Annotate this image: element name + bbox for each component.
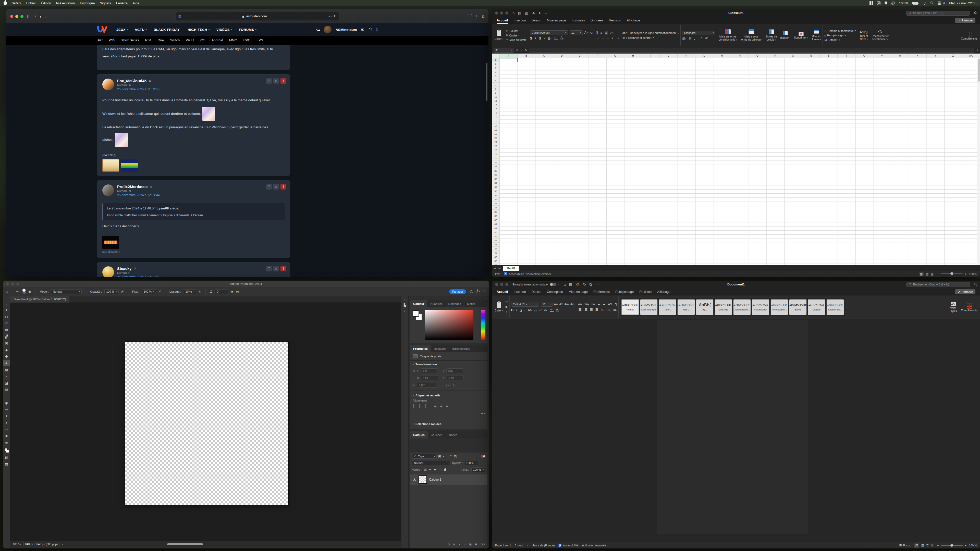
zoom-in-icon[interactable]: +: [965, 272, 966, 275]
adjustment-layer-icon[interactable]: ◑: [464, 543, 466, 546]
align-right-icon[interactable]: ☰: [607, 36, 609, 40]
tool-icon[interactable]: ❂: [3, 327, 10, 333]
page-count[interactable]: Page 1 sur 1: [495, 544, 511, 547]
subnav-item[interactable]: Switch: [170, 38, 180, 42]
formula-input[interactable]: [529, 48, 974, 52]
filter-shape-icon[interactable]: ⬚: [449, 454, 452, 458]
minimize-button[interactable]: [500, 11, 503, 14]
share-button[interactable]: Partager: [449, 289, 466, 294]
row-header[interactable]: 16: [492, 119, 500, 124]
align-top-icon[interactable]: ╤: [434, 404, 436, 408]
active-cell-a1[interactable]: [500, 58, 517, 62]
tool-icon[interactable]: ⊕: [3, 440, 10, 446]
cut-icon[interactable]: ✂: [505, 300, 508, 303]
layer-group-icon[interactable]: ▣: [469, 543, 472, 546]
filter-smart-icon[interactable]: ▤: [454, 454, 457, 458]
close-button[interactable]: [495, 283, 498, 286]
tool-icon[interactable]: ➤: [3, 420, 10, 426]
column-header[interactable]: E: [571, 54, 589, 58]
report-button[interactable]: !: [280, 78, 286, 84]
row-header[interactable]: 33: [492, 189, 500, 193]
home-icon[interactable]: ⌂: [563, 283, 566, 286]
menu-item[interactable]: Fenêtre: [116, 1, 127, 5]
post-date[interactable]: 25 novembre 2024 à 11:59:58: [117, 87, 159, 91]
more-icon[interactable]: ⋯: [545, 11, 549, 15]
row-header[interactable]: 32: [492, 185, 500, 189]
cancel-icon[interactable]: ✕: [516, 48, 518, 52]
lock-pixels-icon[interactable]: ✒: [429, 468, 431, 472]
saturation-square[interactable]: [425, 310, 473, 340]
sidebar-icon[interactable]: ◫: [27, 14, 30, 19]
column-header[interactable]: D: [553, 54, 571, 58]
justify-icon[interactable]: ☰: [595, 308, 598, 311]
row-header[interactable]: 50: [492, 259, 500, 263]
row-header[interactable]: 27: [492, 165, 500, 168]
flip-vertical-icon[interactable]: ⏃: [452, 384, 455, 387]
back-button[interactable]: ‹: [40, 13, 41, 19]
number-format-select[interactable]: Standard▾: [682, 30, 715, 35]
control-center-icon[interactable]: [938, 2, 941, 5]
layer-name[interactable]: Calque 1: [429, 478, 441, 481]
outdent-icon[interactable]: ⇤: [612, 36, 614, 40]
style-preset[interactable]: AaBbCcDdE Titre 2: [677, 299, 695, 315]
traffic-lights[interactable]: [495, 283, 508, 286]
font-size-select[interactable]: 12▾: [541, 302, 552, 306]
row-header[interactable]: 1: [492, 58, 500, 62]
zoom-button[interactable]: [505, 283, 508, 286]
tool-icon[interactable]: ◆: [3, 347, 10, 353]
tab-affichage[interactable]: Affichage: [657, 290, 670, 294]
zoom-button[interactable]: [16, 283, 19, 286]
quote-button[interactable]: ”: [266, 266, 272, 272]
search-icon[interactable]: [317, 28, 320, 32]
new-layer-icon[interactable]: ⊞: [475, 543, 477, 546]
row-header[interactable]: 3: [492, 66, 500, 70]
share-icon[interactable]: ↑: [468, 14, 472, 18]
column-headers[interactable]: ABCDEFGHIJKLMNOPQRSTUVWXYZAA: [500, 54, 980, 58]
tool-icon[interactable]: ▞: [3, 333, 10, 340]
decimal-less-icon[interactable]: .00→: [705, 37, 711, 40]
panel-tab[interactable]: Propriétés: [410, 345, 431, 352]
format-painter-icon[interactable]: ✒: [505, 310, 508, 314]
column-header[interactable]: H: [624, 54, 642, 58]
tab-revision[interactable]: Révision: [609, 19, 621, 22]
sheet-next-icon[interactable]: ▶: [499, 267, 501, 270]
minimize-button[interactable]: [500, 283, 503, 286]
redo-icon[interactable]: ↻: [539, 11, 542, 15]
row-header[interactable]: 49: [492, 255, 500, 259]
menu-item[interactable]: Aide: [133, 1, 139, 5]
dock-expand-icon[interactable]: «: [404, 299, 405, 301]
tab-donnees[interactable]: Données: [590, 19, 603, 22]
row-header[interactable]: 14: [492, 111, 500, 115]
autosave-toggle[interactable]: [550, 283, 556, 286]
align-right-icon[interactable]: ☰: [590, 308, 593, 311]
sort-icon[interactable]: A⇅: [608, 303, 612, 306]
row-header[interactable]: 36: [492, 202, 500, 206]
tab-accueil[interactable]: Accueil: [496, 19, 508, 24]
tool-icon[interactable]: ✹: [3, 433, 10, 439]
profile-button[interactable]: ☺: [273, 266, 279, 272]
tool-icon[interactable]: ✛: [3, 307, 10, 313]
profile-button[interactable]: ☺: [273, 78, 279, 84]
status-chevron-icon[interactable]: ›: [62, 543, 63, 546]
indent-icon[interactable]: ⇥: [617, 36, 619, 40]
row-header[interactable]: 42: [492, 226, 500, 230]
brush-preset-picker[interactable]: 132: [22, 289, 26, 294]
signature-image[interactable]: [102, 159, 119, 171]
decrease-font-icon[interactable]: A˅: [559, 303, 563, 306]
symmetry-icon[interactable]: ⋈: [236, 290, 239, 293]
tab-references[interactable]: Références: [593, 290, 610, 294]
nav-item[interactable]: BLACK FRIDAY: [154, 28, 181, 32]
column-header[interactable]: U: [856, 54, 873, 58]
histogram-panel-icon[interactable]: ▙: [404, 303, 406, 307]
fx-icon[interactable]: fx: [525, 48, 527, 52]
jv-logo[interactable]: [97, 26, 108, 33]
enter-icon[interactable]: ✓: [520, 48, 523, 52]
avatar[interactable]: [102, 266, 114, 277]
paste-button[interactable]: Coller ▾: [495, 302, 503, 312]
italic-button[interactable]: I: [535, 37, 536, 40]
quote-button[interactable]: ”: [266, 184, 272, 189]
shield-icon[interactable]: [885, 2, 887, 5]
screen-mode-icon[interactable]: ⬒: [3, 461, 10, 467]
style-preset[interactable]: AaBbCcDdEe Normal: [621, 299, 639, 315]
style-preset[interactable]: AaBbCcDdEe Citation: [808, 299, 825, 315]
